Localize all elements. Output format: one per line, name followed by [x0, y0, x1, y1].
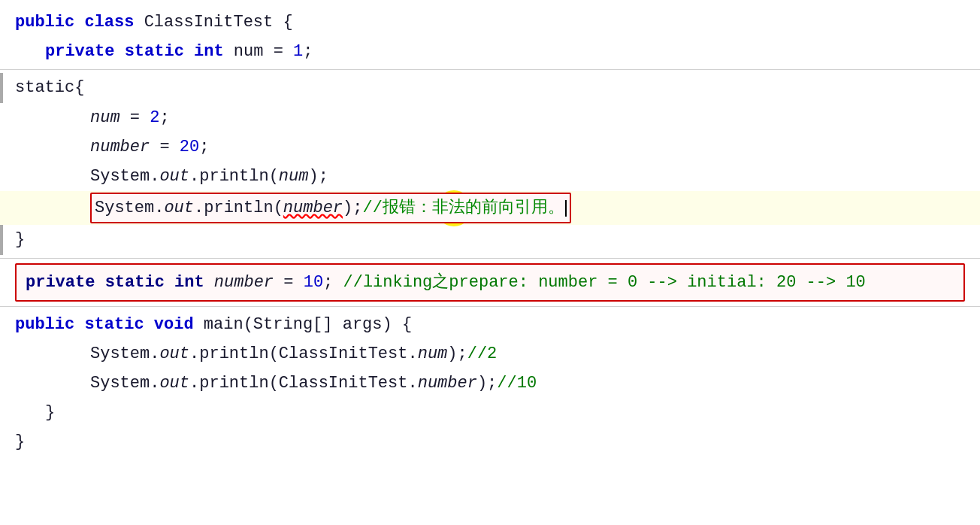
code-line-1: public class ClassInitTest { [0, 8, 980, 37]
code-line-8-highlighted: System.out.println(number);//报错：非法的前向引用。 [0, 191, 980, 225]
comment-2: //2 [467, 341, 498, 367]
out-number: out [164, 195, 194, 221]
ref-num: num [418, 341, 448, 367]
keyword-public-2: public [15, 311, 84, 338]
keyword-static-3: static [84, 311, 153, 338]
main-method: main(String[] args) { [204, 311, 412, 338]
red-box-inline: System.out.println(number);//报错：非法的前向引用。 [90, 193, 571, 223]
semicolon-3: ; [199, 134, 209, 160]
println-num: .println( [189, 163, 279, 190]
divider-3 [0, 306, 980, 307]
code-line-16: } [0, 398, 980, 427]
code-line-6: number = 20; [0, 132, 980, 162]
semicolon-2: ; [159, 105, 169, 131]
code-line-14: System.out.println(ClassInitTest.num);//… [0, 339, 980, 369]
semicolon: ; [303, 38, 313, 65]
keyword-private-2: private [26, 273, 105, 292]
code-line-2: private static int num = 1; [0, 37, 980, 66]
comment-linking: //linking之prepare: number = 0 --> initia… [343, 273, 866, 292]
sysout-classnumber: System. [90, 370, 159, 396]
code-editor: public class ClassInitTest { private sta… [0, 0, 980, 525]
val-10: 10 [304, 273, 323, 292]
keyword-static-2: static [105, 273, 174, 292]
side-bar-indicator-2 [0, 225, 3, 254]
code-line-4: static{ [0, 73, 980, 102]
println-classnumber: .println(ClassInitTest. [189, 370, 418, 396]
var-number-decl: number [214, 273, 274, 292]
var-number-assign: number [90, 134, 150, 160]
keyword-static: static [125, 38, 194, 65]
assign-2: = [120, 105, 150, 131]
static-block-open: static{ [15, 74, 84, 101]
side-bar-indicator [0, 73, 3, 102]
text-cursor [565, 200, 567, 217]
ref-number: number [418, 370, 477, 396]
comment-error: //报错：非法的前向引用。 [362, 195, 564, 221]
num-value: 1 [293, 38, 303, 65]
comment-10: //10 [497, 370, 537, 396]
param-number: number [283, 195, 343, 221]
close-classnumber: ); [477, 370, 497, 396]
var-num: num = [234, 38, 293, 65]
close-number: ); [343, 195, 362, 221]
divider-2 [0, 258, 980, 259]
var-num-assign: num [90, 105, 120, 131]
val-20: 20 [180, 134, 199, 160]
sysout-classnum: System. [90, 341, 159, 367]
keyword-private: private [45, 38, 125, 65]
out-3: out [159, 341, 189, 367]
code-line-13: public static void main(String[] args) { [0, 310, 980, 339]
keyword-class: class [84, 9, 144, 35]
param-num: num [279, 163, 309, 190]
keyword-void: void [154, 311, 204, 338]
code-line-7: System.out.println(num); [0, 162, 980, 191]
code-line-15: System.out.println(ClassInitTest.number)… [0, 369, 980, 398]
sysout-num: System. [90, 163, 159, 190]
keyword-public: public [15, 9, 84, 35]
code-line-17: } [0, 427, 980, 457]
code-line-9: } [0, 225, 980, 254]
assign-20: = [150, 134, 180, 160]
semicolon-4: ; [323, 273, 343, 292]
val-2: 2 [150, 105, 159, 131]
println-number: .println( [194, 195, 283, 221]
out-keyword: out [159, 163, 189, 190]
main-close: } [45, 399, 55, 426]
keyword-int-2: int [174, 273, 214, 292]
out-4: out [159, 370, 189, 396]
divider-1 [0, 69, 980, 70]
class-close: } [15, 429, 25, 455]
red-box-full-line: private static int number = 10; //linkin… [15, 263, 965, 302]
code-line-5: num = 2; [0, 103, 980, 132]
close-classnum: ); [447, 341, 467, 367]
class-name: ClassInitTest { [144, 9, 293, 35]
assign-10: = [274, 273, 304, 292]
sysout-number: System. [95, 195, 164, 221]
static-block-close: } [15, 226, 25, 253]
keyword-int: int [194, 38, 234, 65]
close-paren-num: ); [308, 163, 328, 190]
println-classnum: .println(ClassInitTest. [189, 341, 418, 367]
